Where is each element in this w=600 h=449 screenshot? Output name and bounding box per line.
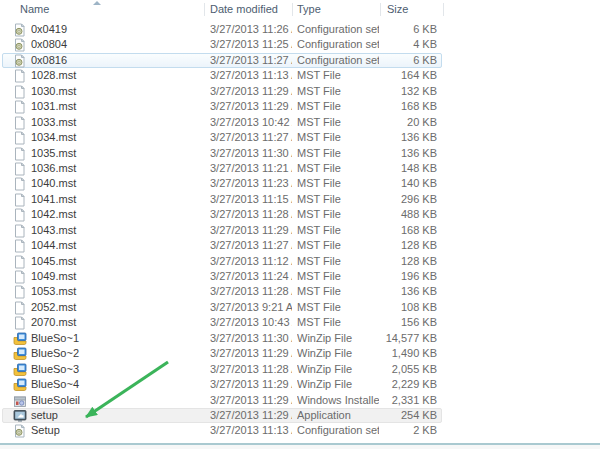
column-divider[interactable] xyxy=(380,3,381,16)
file-row[interactable]: 1043.mst3/27/2013 11:29 AMMST File168 KB xyxy=(0,223,600,238)
file-size: 136 KB xyxy=(378,284,437,299)
date-modified: 3/27/2013 11:29 AM xyxy=(210,346,292,361)
file-row[interactable]: Setup3/27/2013 11:13 AMConfiguration set… xyxy=(0,423,600,438)
file-name: 0x0804 xyxy=(31,37,199,52)
date-modified: 3/27/2013 11:28 AM xyxy=(210,284,292,299)
file-row[interactable]: 1041.mst3/27/2013 11:15 AMMST File296 KB xyxy=(0,192,600,207)
mst-file-icon xyxy=(13,255,28,270)
file-size: 488 KB xyxy=(378,207,437,222)
file-name: BlueSo~1 xyxy=(31,331,199,346)
mst-file-icon xyxy=(13,285,28,300)
column-divider[interactable] xyxy=(204,3,205,16)
file-size: 196 KB xyxy=(378,269,437,284)
date-modified: 3/27/2013 11:13 AM xyxy=(210,423,292,438)
file-row[interactable]: 1030.mst3/27/2013 11:29 AMMST File132 KB xyxy=(0,84,600,99)
file-size: 128 KB xyxy=(378,254,437,269)
file-type: Windows Installer ... xyxy=(297,393,379,408)
winzip-icon xyxy=(13,347,28,362)
date-modified: 3/27/2013 11:29 AM xyxy=(210,377,292,392)
date-modified: 3/27/2013 11:27 AM xyxy=(210,53,292,68)
file-type: MST File xyxy=(297,130,379,145)
mst-file-icon xyxy=(13,85,28,100)
file-size: 156 KB xyxy=(378,315,437,330)
file-row[interactable]: 1045.mst3/27/2013 11:12 AMMST File128 KB xyxy=(0,254,600,269)
date-modified: 3/27/2013 11:28 AM xyxy=(210,362,292,377)
mst-file-icon xyxy=(13,177,28,192)
file-row[interactable]: BlueSo~23/27/2013 11:29 AMWinZip File1,4… xyxy=(0,346,600,361)
configuration-file-icon xyxy=(13,424,28,439)
file-type: WinZip File xyxy=(297,346,379,361)
file-row[interactable]: BlueSo~43/27/2013 11:29 AMWinZip File2,2… xyxy=(0,377,600,392)
file-row[interactable]: 0x08163/27/2013 11:27 AMConfiguration se… xyxy=(0,53,600,68)
date-modified: 3/27/2013 11:24 AM xyxy=(210,269,292,284)
file-row[interactable]: 1044.mst3/27/2013 11:27 AMMST File128 KB xyxy=(0,238,600,253)
file-row[interactable]: 1042.mst3/27/2013 11:28 AMMST File488 KB xyxy=(0,207,600,222)
file-size: 2,331 KB xyxy=(378,393,437,408)
file-type: MST File xyxy=(297,284,379,299)
file-type: MST File xyxy=(297,192,379,207)
file-row[interactable]: 0x04193/27/2013 11:26 AMConfiguration se… xyxy=(0,22,600,37)
file-row[interactable]: 1028.mst3/27/2013 11:13 AMMST File164 KB xyxy=(0,68,600,83)
application-icon xyxy=(13,409,28,424)
date-modified: 3/27/2013 11:27 AM xyxy=(210,130,292,145)
file-name: BlueSo~3 xyxy=(31,362,199,377)
file-row[interactable]: 1049.mst3/27/2013 11:24 AMMST File196 KB xyxy=(0,269,600,284)
file-name: 1034.mst xyxy=(31,130,199,145)
file-row[interactable]: setup3/27/2013 11:29 AMApplication254 KB xyxy=(0,408,600,423)
winzip-icon xyxy=(13,332,28,347)
file-row[interactable]: BlueSo~33/27/2013 11:28 AMWinZip File2,0… xyxy=(0,362,600,377)
file-size: 164 KB xyxy=(378,68,437,83)
file-size: 136 KB xyxy=(378,146,437,161)
file-row[interactable]: 1035.mst3/27/2013 11:30 AMMST File136 KB xyxy=(0,146,600,161)
file-type: MST File xyxy=(297,315,379,330)
mst-file-icon xyxy=(13,224,28,239)
file-name: BlueSo~2 xyxy=(31,346,199,361)
file-name: 1030.mst xyxy=(31,84,199,99)
configuration-file-icon xyxy=(13,23,28,38)
file-type: Application xyxy=(297,408,379,423)
file-row[interactable]: 1040.mst3/27/2013 11:23 AMMST File140 KB xyxy=(0,176,600,191)
file-type: MST File xyxy=(297,223,379,238)
file-name: 1041.mst xyxy=(31,192,199,207)
file-row[interactable]: 1053.mst3/27/2013 11:28 AMMST File136 KB xyxy=(0,284,600,299)
file-row[interactable]: BlueSo~13/27/2013 11:30 AMWinZip File14,… xyxy=(0,331,600,346)
file-type: WinZip File xyxy=(297,362,379,377)
mst-file-icon xyxy=(13,100,28,115)
column-divider[interactable] xyxy=(292,3,293,16)
date-modified: 3/27/2013 11:30 AM xyxy=(210,331,292,346)
mst-file-icon xyxy=(13,239,28,254)
explorer-file-list: Name Date modified Type Size 0x04193/27/… xyxy=(0,0,600,449)
file-row[interactable]: 2070.mst3/27/2013 10:43 AMMST File156 KB xyxy=(0,315,600,330)
column-divider[interactable] xyxy=(443,3,444,16)
column-header-size[interactable]: Size xyxy=(387,3,408,15)
file-row[interactable]: BlueSoleil3/27/2013 11:29 AMWindows Inst… xyxy=(0,393,600,408)
file-row[interactable]: 0x08043/27/2013 11:25 AMConfiguration se… xyxy=(0,37,600,52)
file-name: 1042.mst xyxy=(31,207,199,222)
date-modified: 3/27/2013 11:29 AM xyxy=(210,223,292,238)
file-row[interactable]: 2052.mst3/27/2013 9:21 AMMST File108 KB xyxy=(0,300,600,315)
file-size: 128 KB xyxy=(378,238,437,253)
file-type: Configuration sett... xyxy=(297,37,379,52)
date-modified: 3/27/2013 11:27 AM xyxy=(210,238,292,253)
file-size: 6 KB xyxy=(378,53,437,68)
file-type: MST File xyxy=(297,269,379,284)
file-size: 136 KB xyxy=(378,130,437,145)
file-size: 2 KB xyxy=(378,423,437,438)
date-modified: 3/27/2013 11:25 AM xyxy=(210,37,292,52)
date-modified: 3/27/2013 11:29 AM xyxy=(210,408,292,423)
file-name: 1043.mst xyxy=(31,223,199,238)
file-row[interactable]: 1034.mst3/27/2013 11:27 AMMST File136 KB xyxy=(0,130,600,145)
file-name: 1033.mst xyxy=(31,115,199,130)
file-type: Configuration sett... xyxy=(297,53,379,68)
column-header-date-modified[interactable]: Date modified xyxy=(210,3,278,15)
file-type: MST File xyxy=(297,161,379,176)
file-row[interactable]: 1033.mst3/27/2013 10:42 AMMST File20 KB xyxy=(0,115,600,130)
file-type: MST File xyxy=(297,99,379,114)
file-name: 1049.mst xyxy=(31,269,199,284)
file-row[interactable]: 1036.mst3/27/2013 11:21 AMMST File148 KB xyxy=(0,161,600,176)
column-header-type[interactable]: Type xyxy=(297,3,321,15)
date-modified: 3/27/2013 11:29 AM xyxy=(210,99,292,114)
column-header-name[interactable]: Name xyxy=(20,3,49,15)
file-row[interactable]: 1031.mst3/27/2013 11:29 AMMST File168 KB xyxy=(0,99,600,114)
file-size: 168 KB xyxy=(378,99,437,114)
